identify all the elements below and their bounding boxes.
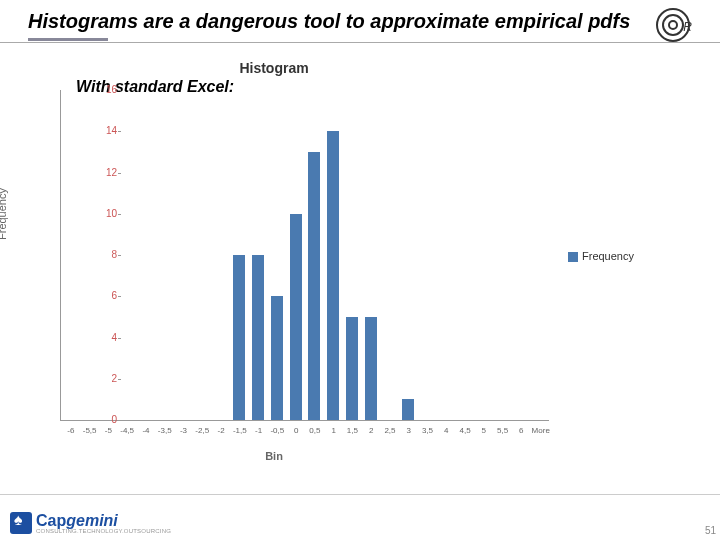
legend-label: Frequency (582, 250, 634, 262)
footer-logo: Capgemini CONSULTING.TECHNOLOGY.OUTSOURC… (10, 512, 171, 534)
y-tick-label: 8 (91, 250, 117, 260)
y-tick-label: 0 (91, 415, 117, 425)
x-tick-label: 1 (325, 426, 342, 435)
x-tick-label: -5,5 (81, 426, 98, 435)
x-tick-label: More (532, 426, 549, 435)
y-tick-label: 16 (91, 85, 117, 95)
x-tick-label: 2 (363, 426, 380, 435)
x-tick-label: -3,5 (156, 426, 173, 435)
chart-title: Histogram (0, 60, 548, 76)
x-tick-label: 6 (513, 426, 530, 435)
x-tick-label: -5 (100, 426, 117, 435)
x-tick-label: -4 (137, 426, 154, 435)
title-rule (0, 42, 720, 43)
histogram-bar (308, 152, 320, 420)
histogram-bar (327, 131, 339, 420)
plot-area: 0246810121416-6-5,5-5-4,5-4-3,5-3-2,5-2-… (60, 90, 549, 421)
histogram-bar (271, 296, 283, 420)
x-tick-label: 1,5 (344, 426, 361, 435)
x-tick-label: 0 (288, 426, 305, 435)
x-tick-label: 5 (475, 426, 492, 435)
x-tick-label: 4 (438, 426, 455, 435)
x-axis-label: Bin (0, 450, 548, 462)
x-tick-label: -2 (213, 426, 230, 435)
x-tick-label: 3 (400, 426, 417, 435)
histogram-bar (290, 214, 302, 420)
corner-label: R (683, 20, 692, 34)
x-tick-label: 0,5 (306, 426, 323, 435)
y-tick-label: 4 (91, 333, 117, 343)
histogram-bar (252, 255, 264, 420)
x-tick-label: 3,5 (419, 426, 436, 435)
y-tick-label: 12 (91, 168, 117, 178)
page-number: 51 (705, 525, 716, 536)
brand-tagline: CONSULTING.TECHNOLOGY.OUTSOURCING (36, 528, 171, 534)
y-axis-label: Frequency (0, 188, 8, 240)
x-tick-label: -1,5 (231, 426, 248, 435)
histogram-bar (365, 317, 377, 420)
x-tick-label: 5,5 (494, 426, 511, 435)
x-tick-label: 4,5 (457, 426, 474, 435)
x-tick-label: -6 (62, 426, 79, 435)
title-underline (28, 38, 108, 41)
x-tick-label: -0,5 (269, 426, 286, 435)
legend: Frequency (568, 250, 634, 262)
x-tick-label: 2,5 (381, 426, 398, 435)
y-tick-label: 10 (91, 209, 117, 219)
spade-icon (10, 512, 32, 534)
legend-swatch (568, 252, 578, 262)
x-tick-label: -3 (175, 426, 192, 435)
y-tick-label: 6 (91, 291, 117, 301)
x-tick-label: -4,5 (119, 426, 136, 435)
slide-title: Histograms are a dangerous tool to appro… (28, 10, 630, 33)
y-tick-label: 2 (91, 374, 117, 384)
histogram-bar (402, 399, 414, 420)
footer-rule (0, 494, 720, 495)
histogram-bar (346, 317, 358, 420)
slide: Histograms are a dangerous tool to appro… (0, 0, 720, 540)
histogram-bar (233, 255, 245, 420)
x-tick-label: -2,5 (194, 426, 211, 435)
y-tick-label: 14 (91, 126, 117, 136)
x-tick-label: -1 (250, 426, 267, 435)
